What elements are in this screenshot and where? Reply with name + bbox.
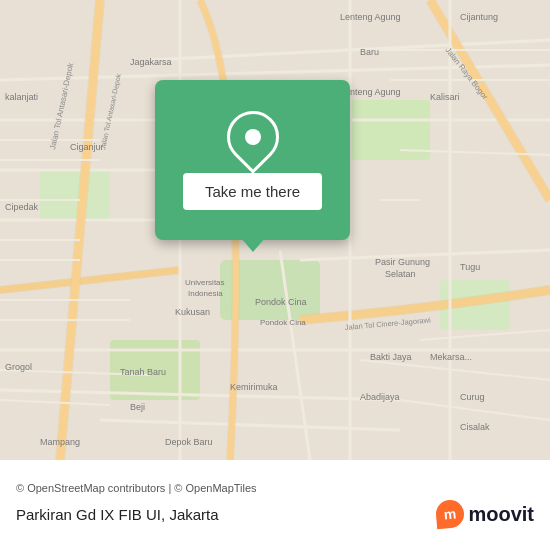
svg-text:Cijantung: Cijantung <box>460 12 498 22</box>
svg-text:Mampang: Mampang <box>40 437 80 447</box>
svg-text:Cipedak: Cipedak <box>5 202 39 212</box>
svg-text:Tugu: Tugu <box>460 262 480 272</box>
svg-text:Baru: Baru <box>360 47 379 57</box>
svg-text:Curug: Curug <box>460 392 485 402</box>
map-view: kalanjati Jagakarsa Lenteng Agung Cijant… <box>0 0 550 460</box>
svg-text:Kalisari: Kalisari <box>430 92 460 102</box>
moovit-logo: m moovit <box>436 500 534 528</box>
svg-text:Jagakarsa: Jagakarsa <box>130 57 172 67</box>
svg-text:Kemirimuka: Kemirimuka <box>230 382 278 392</box>
svg-rect-2 <box>40 170 110 220</box>
svg-text:Mekarsa...: Mekarsa... <box>430 352 472 362</box>
bottom-bar: © OpenStreetMap contributors | © OpenMap… <box>0 460 550 550</box>
svg-text:kalanjati: kalanjati <box>5 92 38 102</box>
map-pin-icon <box>216 100 290 174</box>
svg-text:Selatan: Selatan <box>385 269 416 279</box>
location-card: Take me there <box>155 80 350 240</box>
moovit-icon: m <box>435 499 465 529</box>
moovit-brand-text: moovit <box>468 503 534 526</box>
svg-text:Lenteng Agung: Lenteng Agung <box>340 12 401 22</box>
svg-text:Cisalak: Cisalak <box>460 422 490 432</box>
svg-text:Pasir Gunung: Pasir Gunung <box>375 257 430 267</box>
svg-text:Indonesia: Indonesia <box>188 289 223 298</box>
svg-text:Pondok Cina: Pondok Cina <box>260 318 306 327</box>
svg-text:Kukusan: Kukusan <box>175 307 210 317</box>
svg-text:Pondok Cina: Pondok Cina <box>255 297 307 307</box>
svg-text:Abadijaya: Abadijaya <box>360 392 400 402</box>
svg-text:Grogol: Grogol <box>5 362 32 372</box>
take-me-there-button[interactable]: Take me there <box>183 173 322 210</box>
svg-text:Beji: Beji <box>130 402 145 412</box>
svg-text:Bakti Jaya: Bakti Jaya <box>370 352 412 362</box>
svg-text:Depok Baru: Depok Baru <box>165 437 213 447</box>
place-name: Parkiran Gd IX FIB UI, Jakarta <box>16 506 219 523</box>
svg-text:Tanah Baru: Tanah Baru <box>120 367 166 377</box>
svg-text:Universitas: Universitas <box>185 278 225 287</box>
map-attribution: © OpenStreetMap contributors | © OpenMap… <box>16 482 534 494</box>
bottom-row: Parkiran Gd IX FIB UI, Jakarta m moovit <box>16 500 534 528</box>
